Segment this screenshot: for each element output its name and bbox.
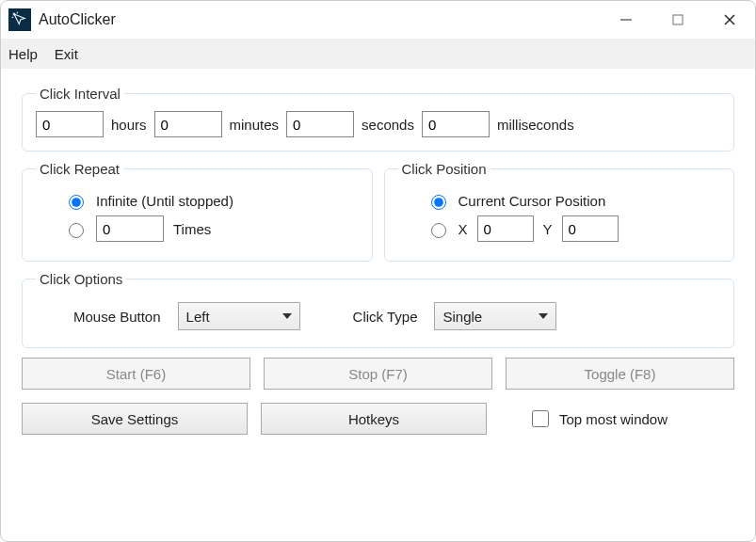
position-xy-radio[interactable]	[431, 223, 446, 238]
topmost-checkbox[interactable]	[532, 410, 549, 427]
stop-button[interactable]: Stop (F7)	[264, 358, 492, 390]
repeat-times-radio[interactable]	[69, 223, 84, 238]
minimize-icon	[619, 13, 633, 26]
close-icon	[723, 13, 736, 26]
minutes-label: minutes	[230, 117, 280, 133]
window-title: AutoClicker	[39, 11, 116, 28]
seconds-label: seconds	[362, 117, 414, 133]
position-current-label: Current Cursor Position	[458, 193, 606, 209]
click-position-group: Click Position Current Cursor Position X…	[384, 161, 735, 262]
menu-help[interactable]: Help	[8, 46, 38, 62]
maximize-icon	[671, 13, 684, 26]
repeat-infinite-label: Infinite (Until stopped)	[96, 193, 233, 209]
menu-exit[interactable]: Exit	[55, 46, 78, 62]
hours-input[interactable]	[36, 111, 104, 137]
position-x-label: X	[458, 221, 468, 237]
hours-label: hours	[111, 117, 147, 133]
mouse-button-select[interactable]: Left	[178, 302, 300, 330]
close-button[interactable]	[703, 1, 755, 39]
repeat-times-input[interactable]	[96, 215, 164, 242]
minimize-button[interactable]	[600, 1, 651, 39]
click-interval-group: Click Interval hours minutes seconds mil…	[22, 86, 734, 151]
click-type-label: Click Type	[353, 309, 418, 325]
topmost-label: Top most window	[559, 411, 668, 427]
milliseconds-label: milliseconds	[497, 117, 574, 133]
click-type-select[interactable]: Single	[434, 302, 556, 330]
click-interval-legend: Click Interval	[36, 86, 124, 102]
milliseconds-input[interactable]	[422, 111, 490, 137]
click-repeat-legend: Click Repeat	[36, 161, 123, 177]
click-options-legend: Click Options	[36, 271, 126, 287]
minutes-input[interactable]	[154, 111, 222, 137]
cursor-click-icon	[11, 11, 28, 28]
start-button[interactable]: Start (F6)	[22, 358, 250, 390]
titlebar: AutoClicker	[1, 1, 755, 39]
position-y-input[interactable]	[562, 215, 619, 242]
toggle-button[interactable]: Toggle (F8)	[506, 358, 734, 390]
click-repeat-group: Click Repeat Infinite (Until stopped) Ti…	[22, 161, 373, 262]
repeat-times-label: Times	[173, 221, 211, 237]
maximize-button[interactable]	[651, 1, 703, 39]
app-icon	[8, 8, 31, 31]
repeat-infinite-radio[interactable]	[69, 195, 84, 210]
save-settings-button[interactable]: Save Settings	[22, 403, 248, 435]
mouse-button-label: Mouse Button	[73, 309, 161, 325]
position-y-label: Y	[543, 221, 553, 237]
content-area: Click Interval hours minutes seconds mil…	[1, 69, 755, 444]
hotkeys-button[interactable]: Hotkeys	[261, 403, 487, 435]
position-x-input[interactable]	[477, 215, 534, 242]
mouse-button-value: Left	[186, 309, 210, 325]
svg-line-3	[12, 17, 14, 18]
chevron-down-icon	[539, 313, 548, 319]
click-type-value: Single	[442, 309, 482, 325]
svg-rect-5	[673, 15, 683, 24]
seconds-input[interactable]	[286, 111, 354, 137]
chevron-down-icon	[282, 313, 292, 319]
svg-line-2	[17, 12, 18, 14]
click-options-group: Click Options Mouse Button Left Click Ty…	[22, 271, 734, 348]
menubar: Help Exit	[1, 39, 755, 69]
click-position-legend: Click Position	[398, 161, 491, 177]
position-current-radio[interactable]	[431, 195, 446, 210]
